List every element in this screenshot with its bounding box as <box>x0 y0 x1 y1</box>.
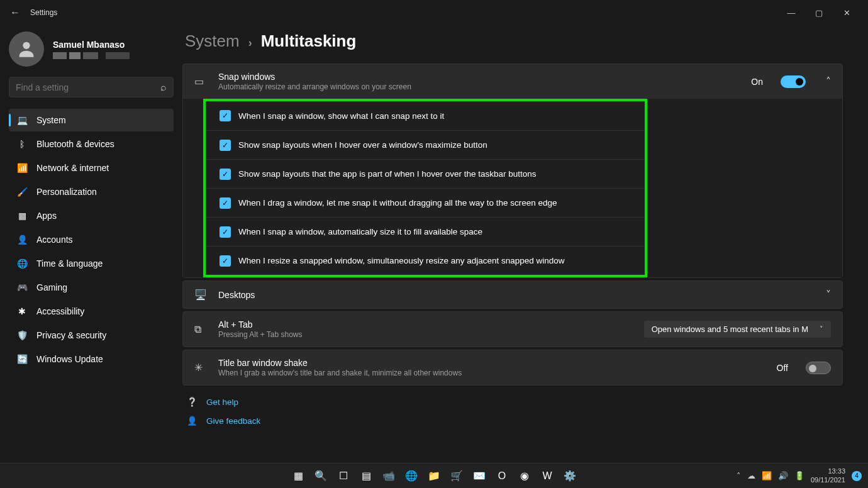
clock[interactable]: 13:33 09/11/2021 <box>811 467 845 484</box>
breadcrumb: System › Multitasking <box>185 31 843 51</box>
checkbox-checked[interactable]: ✓ <box>220 197 231 209</box>
battery-icon[interactable]: 🔋 <box>794 471 804 480</box>
close-button[interactable]: ✕ <box>833 3 860 23</box>
taskbar-app[interactable]: 🛒 <box>448 467 465 485</box>
chevron-down-icon: ˅ <box>820 325 823 333</box>
desktops-title: Desktops <box>218 290 806 300</box>
nav-item-network-internet[interactable]: 📶Network & internet <box>9 157 174 179</box>
checkbox-checked[interactable]: ✓ <box>220 169 231 180</box>
taskbar-app[interactable]: O <box>493 467 511 485</box>
checkbox-checked[interactable]: ✓ <box>220 110 231 121</box>
nav-label: Windows Update <box>36 354 103 364</box>
wifi-icon[interactable]: 📶 <box>762 471 772 480</box>
help-links: ❔Get help 👤Give feedback <box>182 388 843 435</box>
taskbar-app[interactable]: ▦ <box>289 467 307 485</box>
search-input[interactable] <box>16 82 160 92</box>
snap-option-label: When I drag a window, let me snap it wit… <box>238 198 557 208</box>
window-title: Settings <box>30 8 57 17</box>
nav-label: Privacy & security <box>36 330 106 340</box>
nav-item-gaming[interactable]: 🎮Gaming <box>9 276 174 299</box>
nav-item-system[interactable]: 💻System <box>9 109 174 131</box>
chevron-down-icon[interactable]: ˅ <box>826 289 831 301</box>
snap-option[interactable]: ✓Show snap layouts when I hover over a w… <box>206 130 645 159</box>
taskbar-app[interactable]: ◉ <box>516 467 533 485</box>
weather-icon[interactable]: ☁ <box>747 471 755 480</box>
nav-item-bluetooth-devices[interactable]: ᛒBluetooth & devices <box>9 133 174 155</box>
taskbar-app[interactable]: ⚙️ <box>561 467 579 485</box>
nav-label: Accessibility <box>36 306 84 316</box>
nav-icon: 🎮 <box>16 282 28 292</box>
taskbar-app[interactable]: 🌐 <box>403 467 420 485</box>
desktops-section[interactable]: 🖥️ Desktops ˅ <box>182 280 843 309</box>
nav-icon: 📶 <box>16 163 28 173</box>
nav-item-privacy-security[interactable]: 🛡️Privacy & security <box>9 324 174 347</box>
highlight-annotation: ✓When I snap a window, show what I can s… <box>203 99 647 277</box>
taskbar-app[interactable]: W <box>538 467 556 485</box>
give-feedback-link[interactable]: 👤Give feedback <box>186 416 839 426</box>
shake-icon: ✳ <box>194 362 207 374</box>
search-box[interactable]: ⌕ <box>9 77 174 97</box>
taskbar-app[interactable]: 📹 <box>380 467 398 485</box>
chevron-right-icon: › <box>248 36 252 50</box>
snap-option[interactable]: ✓When I snap a window, automatically siz… <box>206 217 645 246</box>
nav-icon: 🖌️ <box>16 187 28 197</box>
search-icon: ⌕ <box>160 82 167 93</box>
taskbar: ▦🔍☐▤📹🌐📁🛒✉️O◉W⚙️ ˄ ☁ 📶 🔊 🔋 13:33 09/11/20… <box>0 463 868 488</box>
alt-tab-title: Alt + Tab <box>218 319 633 330</box>
checkbox-checked[interactable]: ✓ <box>220 140 231 151</box>
nav-item-windows-update[interactable]: 🔄Windows Update <box>9 348 174 370</box>
breadcrumb-parent[interactable]: System <box>185 31 240 51</box>
avatar <box>9 31 44 67</box>
snap-toggle[interactable] <box>781 75 806 88</box>
nav-item-personalization[interactable]: 🖌️Personalization <box>9 180 174 203</box>
nav-icon: 🔄 <box>16 354 28 364</box>
user-profile[interactable]: Samuel Mbanaso <box>9 31 174 67</box>
snap-option-label: When I snap a window, show what I can sn… <box>238 111 444 121</box>
alt-tab-select[interactable]: Open windows and 5 most recent tabs in M… <box>644 321 831 338</box>
snap-option-label: Show snap layouts when I hover over a wi… <box>238 140 487 150</box>
snap-option[interactable]: ✓When I snap a window, show what I can s… <box>206 101 645 130</box>
main-content: System › Multitasking ▭ Snap windows Aut… <box>182 25 868 463</box>
taskbar-app[interactable]: 🔍 <box>312 467 330 485</box>
shake-toggle[interactable] <box>806 362 831 374</box>
snap-option[interactable]: ✓When I drag a window, let me snap it wi… <box>206 188 645 217</box>
nav-label: Accounts <box>36 235 73 245</box>
maximize-button[interactable]: ▢ <box>805 3 833 23</box>
get-help-link[interactable]: ❔Get help <box>186 397 839 407</box>
snap-option-label: Show snap layouts that the app is part o… <box>238 169 537 179</box>
snap-subtitle: Automatically resize and arrange windows… <box>218 82 740 91</box>
title-bar: ← Settings — ▢ ✕ <box>0 0 868 25</box>
nav-item-accessibility[interactable]: ✱Accessibility <box>9 300 174 323</box>
snap-toggle-label: On <box>751 77 763 87</box>
nav-label: Apps <box>36 211 57 221</box>
snap-option[interactable]: ✓When I resize a snapped window, simulta… <box>206 246 645 275</box>
alt-tab-section: ⧉ Alt + Tab Pressing Alt + Tab shows Ope… <box>182 311 843 347</box>
sidebar: Samuel Mbanaso ⌕ 💻SystemᛒBluetooth & dev… <box>0 25 182 463</box>
snap-option[interactable]: ✓Show snap layouts that the app is part … <box>206 159 645 188</box>
nav-item-accounts[interactable]: 👤Accounts <box>9 228 174 251</box>
alt-tab-selected: Open windows and 5 most recent tabs in M <box>652 324 808 334</box>
nav-label: Personalization <box>36 187 97 197</box>
taskbar-app[interactable]: ☐ <box>335 467 352 485</box>
taskbar-app[interactable]: ✉️ <box>470 467 488 485</box>
nav-item-apps[interactable]: ▦Apps <box>9 204 174 227</box>
taskbar-app[interactable]: ▤ <box>357 467 375 485</box>
help-icon: ❔ <box>186 397 198 407</box>
tray-chevron-icon[interactable]: ˄ <box>737 471 741 480</box>
minimize-button[interactable]: — <box>777 3 805 23</box>
volume-icon[interactable]: 🔊 <box>778 471 788 480</box>
notification-count[interactable]: 4 <box>852 471 862 481</box>
taskbar-app[interactable]: 📁 <box>425 467 443 485</box>
alt-tab-icon: ⧉ <box>194 324 207 335</box>
snap-windows-header[interactable]: ▭ Snap windows Automatically resize and … <box>183 64 842 99</box>
nav-icon: ᛒ <box>16 139 28 149</box>
desktops-icon: 🖥️ <box>194 289 207 301</box>
nav-icon: 👤 <box>16 235 28 245</box>
back-button[interactable]: ← <box>8 7 23 18</box>
chevron-up-icon[interactable]: ˄ <box>826 75 831 87</box>
checkbox-checked[interactable]: ✓ <box>220 255 231 267</box>
checkbox-checked[interactable]: ✓ <box>220 226 231 238</box>
nav-icon: ▦ <box>16 211 28 221</box>
nav-item-time-language[interactable]: 🌐Time & language <box>9 252 174 275</box>
feedback-icon: 👤 <box>186 416 198 426</box>
